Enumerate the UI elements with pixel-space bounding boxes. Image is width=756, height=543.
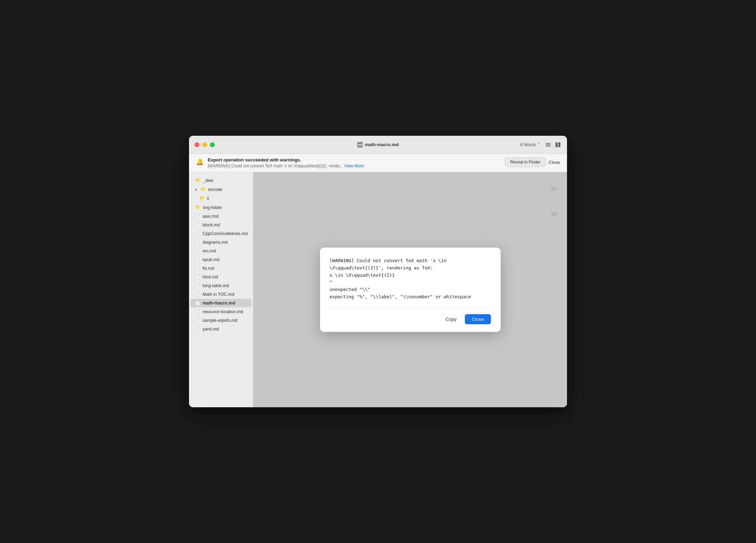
svg-rect-3	[556, 142, 558, 147]
sidebar-item-sample-eqrefs[interactable]: 📄 sample-eqrefs.md	[190, 316, 252, 325]
sidebar-item-img-folder[interactable]: 📁 img-folder	[190, 203, 252, 212]
file-icon: 📄	[195, 223, 200, 227]
view-more-link[interactable]: View More	[344, 164, 364, 168]
close-modal-button[interactable]: Close	[465, 314, 491, 324]
warning-desc-text: [WARNING] Could not convert TeX math 'x …	[208, 164, 343, 168]
titlebar: md math-macro.md 8 Words ⌃	[189, 136, 567, 154]
sidebar-item-label: html.md	[203, 275, 218, 279]
close-warning-button[interactable]: Close	[549, 160, 560, 165]
sidebar-item-label: sample-eqrefs.md	[203, 318, 237, 323]
sidebar-item-label: fix.md	[203, 266, 214, 271]
modal-footer: Copy Close	[330, 308, 491, 324]
warning-content: Export operation succeeded with warnings…	[208, 157, 501, 168]
modal-line-2: x \in \X\qquad\text{(2)}	[330, 272, 491, 279]
svg-rect-4	[558, 142, 560, 147]
sidebar-item-label: epub.md	[203, 257, 220, 262]
sidebar-item-fix[interactable]: 📄 fix.md	[190, 264, 252, 273]
words-count-label: 8 Words	[520, 142, 536, 147]
sidebar-item-label: Math in TOC.md	[203, 292, 234, 297]
sidebar-item-yaml[interactable]: 📄 yaml.md	[190, 325, 252, 333]
warning-title: Export operation succeeded with warnings…	[208, 157, 501, 162]
svg-rect-0	[546, 143, 551, 144]
file-type-icon: md	[357, 142, 363, 148]
sidebar-item-label: math-macro.md	[203, 301, 235, 306]
words-count: 8 Words ⌃	[520, 142, 541, 147]
warning-modal: [WARNING] Could not convert TeX math 'x …	[320, 248, 501, 332]
sidebar-item-label: img-folder	[203, 205, 222, 210]
modal-line-3: ^	[330, 279, 491, 286]
modal-line-1: [WARNING] Could not convert TeX math 'x …	[330, 257, 491, 272]
window-title: math-macro.md	[365, 142, 399, 147]
sidebar-item-math-in-toc[interactable]: 📄 Math in TOC.md	[190, 290, 252, 299]
file-icon: 📄	[195, 275, 200, 279]
warning-bar: 🔔 Export operation succeeded with warnin…	[189, 154, 567, 172]
sidebar-item-math-macro[interactable]: 📄 math-macro.md	[190, 299, 252, 307]
file-icon: 📄	[195, 301, 200, 306]
sidebar-item-cppcoreguidelines[interactable]: 📄 CppCoreGuidelines.md	[190, 229, 252, 238]
sidebar-item-dew[interactable]: 📁 _dew	[190, 176, 252, 185]
folder-icon: 📁	[200, 187, 206, 192]
titlebar-center: md math-macro.md	[357, 142, 399, 148]
titlebar-icons	[545, 141, 561, 148]
modal-overlay: [WARNING] Could not convert TeX math 'x …	[253, 172, 567, 407]
titlebar-right: 8 Words ⌃	[520, 141, 561, 148]
sidebar-item-epub[interactable]: 📄 epub.md	[190, 256, 252, 264]
file-icon: 📄	[195, 240, 200, 245]
file-icon: 📄	[195, 309, 200, 314]
chevron-icon: ⌃	[537, 142, 541, 147]
sidebar-item-ii[interactable]: 📁 ii	[190, 194, 252, 203]
sidebar-item-label: CppCoreGuidelines.md	[203, 231, 248, 236]
sidebar-item-encode[interactable]: ▶ 📁 encode	[190, 185, 252, 194]
svg-rect-1	[546, 144, 551, 145]
folder-icon: 📁	[195, 205, 201, 210]
sidebar-item-em[interactable]: 📄 em.md	[190, 247, 252, 255]
folder-icon: 📁	[199, 196, 205, 201]
sidebar-item-label: diagrams.md	[203, 240, 228, 245]
sidebar-item-aaa-rmd[interactable]: 📄 aaa.rmd	[190, 212, 252, 220]
sidebar-item-label: em.md	[203, 249, 216, 253]
sidebar-item-long-table[interactable]: 📄 long-table.md	[190, 282, 252, 290]
sidebar: 📁 _dew ▶ 📁 encode 📁 ii 📁 img-folder 📄 aa…	[189, 172, 253, 407]
file-icon: 📄	[195, 318, 200, 323]
modal-line-5: expecting "%", "\\label", "\\nonumber" o…	[330, 293, 491, 301]
warning-description: [WARNING] Could not convert TeX math 'x …	[208, 164, 501, 168]
file-icon: 📄	[195, 231, 200, 236]
file-icon: 📄	[195, 214, 200, 219]
close-button[interactable]	[195, 142, 199, 147]
sidebar-item-diagrams[interactable]: 📄 diagrams.md	[190, 238, 252, 247]
list-view-icon[interactable]	[545, 141, 552, 148]
svg-rect-2	[546, 146, 551, 147]
file-icon: 📄	[195, 283, 200, 288]
sidebar-item-label: encode	[208, 187, 222, 192]
file-icon: 📄	[195, 266, 200, 271]
content-area: (1) (2) [WARNING] Could not convert TeX …	[253, 172, 567, 407]
file-icon: 📄	[195, 249, 200, 253]
sidebar-item-label: aaa.rmd	[203, 214, 219, 219]
file-icon: 📄	[195, 292, 200, 297]
main-content: 📁 _dew ▶ 📁 encode 📁 ii 📁 img-folder 📄 aa…	[189, 172, 567, 407]
modal-line-4: unexpected "\\"	[330, 286, 491, 293]
reveal-in-finder-button[interactable]: Reveal in Finder	[505, 157, 545, 167]
minimize-button[interactable]	[202, 142, 207, 147]
modal-body: [WARNING] Could not convert TeX math 'x …	[330, 257, 491, 301]
bell-icon: 🔔	[196, 158, 204, 166]
folder-icon: 📁	[195, 178, 201, 183]
traffic-lights	[195, 142, 215, 147]
sidebar-item-label: yaml.md	[203, 327, 219, 332]
sidebar-item-label: resource-location.md	[203, 309, 243, 314]
app-window: md math-macro.md 8 Words ⌃	[189, 136, 567, 407]
sidebar-item-block-md[interactable]: 📄 block.md	[190, 221, 252, 229]
sidebar-item-label: ii	[207, 196, 209, 201]
disclosure-icon: ▶	[195, 188, 198, 191]
maximize-button[interactable]	[210, 142, 215, 147]
sidebar-item-label: long-table.md	[203, 283, 229, 288]
sidebar-item-label: block.md	[203, 223, 220, 227]
warning-actions: Reveal in Finder Close	[505, 157, 560, 167]
sidebar-item-resource-location[interactable]: 📄 resource-location.md	[190, 308, 252, 316]
sidebar-item-label: _dew	[203, 178, 213, 183]
file-icon: 📄	[195, 327, 200, 332]
file-icon: 📄	[195, 257, 200, 262]
split-view-icon[interactable]	[554, 141, 561, 148]
copy-button[interactable]: Copy	[441, 315, 461, 324]
sidebar-item-html[interactable]: 📄 html.md	[190, 273, 252, 281]
